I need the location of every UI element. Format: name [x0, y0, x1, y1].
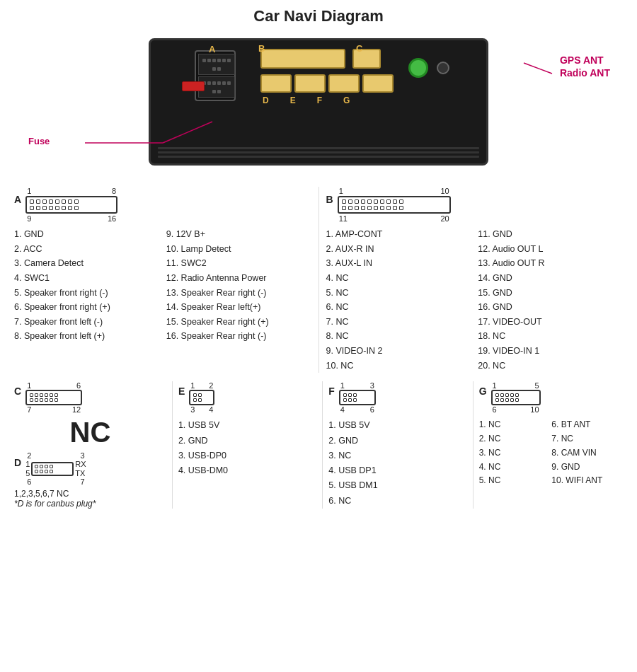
label-b: B — [326, 194, 333, 205]
label-f: F — [328, 386, 335, 397]
conn-e-box — [189, 390, 214, 405]
device-defg-labels: DEFG — [263, 95, 350, 105]
label-a: A — [14, 194, 21, 205]
device-label-b: B — [258, 43, 265, 54]
device-gps-circle — [408, 58, 428, 78]
fuse-label: Fuse — [28, 136, 50, 146]
conn-a-box — [25, 196, 117, 214]
section-a: A 1 8 — [14, 187, 318, 373]
label-d: D — [14, 457, 21, 468]
device-defg-area — [260, 74, 394, 93]
section-b: B 1 10 — [318, 187, 624, 373]
conn-d-box — [31, 462, 74, 476]
g-pins: 1. NC 2. NC 3. NC 4. NC 5. NC 6. BT ANT … — [479, 418, 617, 488]
d-note2: *D is for canbus plug* — [14, 499, 166, 509]
section-e: E 12 — [173, 381, 323, 509]
label-c: C — [14, 386, 21, 397]
section-g: G 15 — [474, 381, 623, 509]
conn-f-box — [339, 390, 376, 405]
section-f: F 13 — [323, 381, 473, 509]
diagrams-row: A 1 8 — [14, 187, 623, 373]
conn-b-box — [338, 196, 451, 214]
gps-ant-label: GPS ANT Radio ANT — [560, 54, 610, 79]
label-g: G — [479, 386, 487, 397]
conn-c-box — [25, 390, 82, 405]
device-fuse — [182, 81, 205, 91]
device-diagram: A B C DEFG — [14, 31, 623, 180]
section-cd: C 16 — [14, 381, 173, 509]
nc-label: NC — [14, 417, 166, 448]
device-label-a: A — [209, 44, 215, 54]
conn-g-box — [491, 390, 541, 405]
section-b-pins: 1. AMP-CONT 2. AUX-R IN 3. AUX-L IN 4. N… — [326, 227, 624, 373]
label-e: E — [178, 386, 185, 397]
d-note: 1,2,3,5,6,7 NC — [14, 489, 166, 499]
device-radio-dot — [437, 62, 449, 74]
f-pins: 1. USB 5V 2. GND 3. NC 4. USB DP1 5. USB… — [328, 418, 466, 509]
svg-line-2 — [524, 63, 552, 74]
e-pins: 1. USB 5V 2. GND 3. USB-DP0 4. USB-DM0 — [178, 418, 316, 478]
device-label-c: C — [356, 43, 362, 54]
device-body: A B C DEFG — [149, 38, 488, 166]
section-a-pins: 1. GND 2. ACC 3. Camera Detect 4. SWC1 5… — [14, 227, 311, 344]
page-title: Car Navi Diagram — [14, 7, 623, 25]
device-conn-b — [260, 49, 345, 69]
device-vents — [158, 147, 479, 158]
bottom-row: C 16 — [14, 381, 623, 509]
